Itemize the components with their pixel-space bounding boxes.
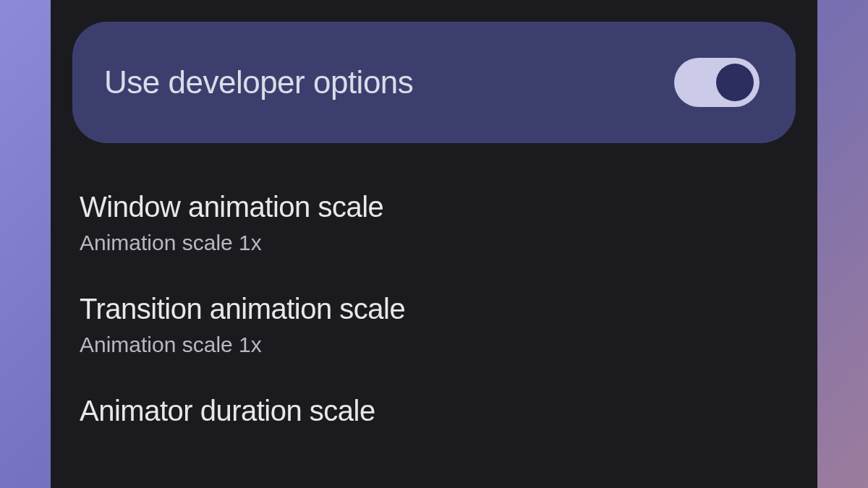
settings-list: Window animation scale Animation scale 1… — [51, 150, 817, 454]
setting-title: Window animation scale — [80, 191, 788, 223]
animator-duration-scale-item[interactable]: Animator duration scale — [51, 376, 817, 425]
setting-title: Animator duration scale — [80, 395, 788, 425]
settings-screen: Use developer options Window animation s… — [51, 0, 817, 488]
developer-options-toggle-card[interactable]: Use developer options — [72, 22, 796, 143]
setting-subtitle: Animation scale 1x — [80, 231, 788, 255]
setting-subtitle: Animation scale 1x — [80, 333, 788, 357]
developer-options-label: Use developer options — [104, 64, 413, 100]
window-animation-scale-item[interactable]: Window animation scale Animation scale 1… — [51, 172, 817, 274]
toggle-thumb — [716, 64, 754, 101]
transition-animation-scale-item[interactable]: Transition animation scale Animation sca… — [51, 274, 817, 376]
setting-title: Transition animation scale — [80, 293, 788, 325]
developer-options-switch[interactable] — [674, 58, 760, 107]
